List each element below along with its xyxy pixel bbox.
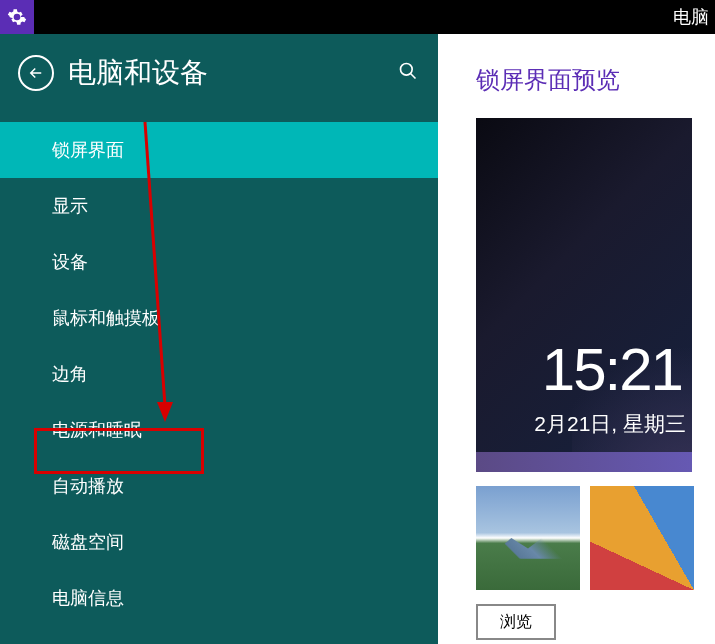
gear-icon [7,7,27,27]
sidebar-item-mouse-touchpad[interactable]: 鼠标和触摸板 [0,290,438,346]
sidebar-item-label: 鼠标和触摸板 [52,308,160,328]
preview-time: 15:21 [542,335,682,404]
search-button[interactable] [398,61,418,85]
sidebar-item-label: 电源和睡眠 [52,420,142,440]
sidebar-item-devices[interactable]: 设备 [0,234,438,290]
content-title: 锁屏界面预览 [476,64,715,96]
sidebar-item-label: 磁盘空间 [52,532,124,552]
sidebar-item-power-sleep[interactable]: 电源和睡眠 [0,402,438,458]
sidebar-title: 电脑和设备 [68,54,208,92]
charm-topbar: 电脑 [0,0,715,34]
sidebar-item-label: 设备 [52,252,88,272]
svg-point-0 [401,64,413,76]
search-icon [398,61,418,81]
sidebar-item-autoplay[interactable]: 自动播放 [0,458,438,514]
wallpaper-thumb-stripes[interactable] [590,486,694,590]
back-arrow-icon [27,64,45,82]
preview-date: 2月21日, 星期三 [534,410,686,438]
sidebar-item-label: 显示 [52,196,88,216]
sidebar-items: 锁屏界面 显示 设备 鼠标和触摸板 边角 电源和睡眠 自动播放 磁盘空间 电脑信… [0,122,438,626]
wallpaper-thumbnails [476,486,715,590]
sidebar-item-label: 电脑信息 [52,588,124,608]
lockscreen-preview[interactable]: 15:21 2月21日, 星期三 [476,118,692,472]
sidebar-item-pc-info[interactable]: 电脑信息 [0,570,438,626]
content-area: 锁屏界面预览 15:21 2月21日, 星期三 浏览 [438,34,715,644]
sidebar-header: 电脑和设备 [0,54,438,122]
settings-sidebar: 电脑和设备 锁屏界面 显示 设备 鼠标和触摸板 边角 电源和睡眠 自动播放 磁盘… [0,34,438,644]
preview-decoration [476,452,692,472]
svg-line-1 [411,74,416,79]
sidebar-item-corners[interactable]: 边角 [0,346,438,402]
sidebar-item-label: 自动播放 [52,476,124,496]
sidebar-item-lockscreen[interactable]: 锁屏界面 [0,122,438,178]
wallpaper-thumb-mountain[interactable] [476,486,580,590]
sidebar-item-display[interactable]: 显示 [0,178,438,234]
back-button[interactable] [18,55,54,91]
browse-button[interactable]: 浏览 [476,604,556,640]
main-layout: 电脑和设备 锁屏界面 显示 设备 鼠标和触摸板 边角 电源和睡眠 自动播放 磁盘… [0,34,715,644]
sidebar-item-disk-space[interactable]: 磁盘空间 [0,514,438,570]
topbar-title-partial: 电脑 [673,5,715,29]
settings-charm-button[interactable] [0,0,34,34]
sidebar-item-label: 边角 [52,364,88,384]
browse-button-label: 浏览 [500,613,532,630]
sidebar-item-label: 锁屏界面 [52,140,124,160]
